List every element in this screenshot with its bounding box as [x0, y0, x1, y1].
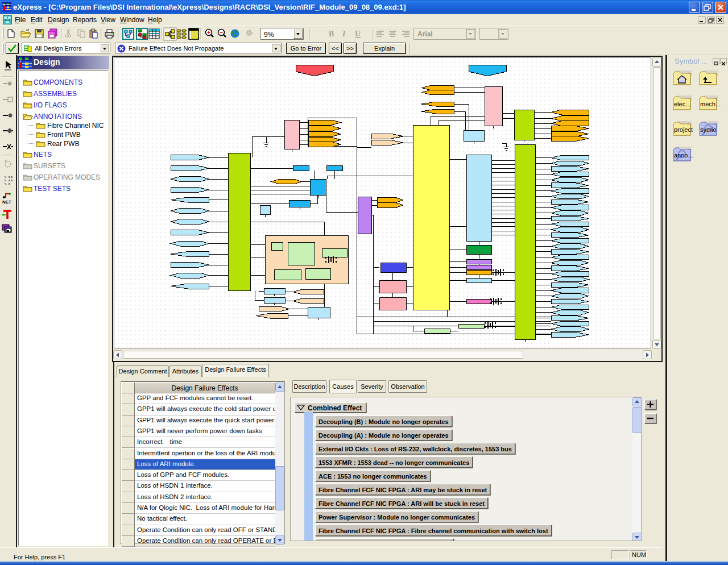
- svg-text:I: I: [342, 30, 346, 38]
- svg-text:B: B: [329, 30, 334, 38]
- svg-text:NET: NET: [2, 200, 11, 205]
- svg-text:U: U: [355, 30, 361, 38]
